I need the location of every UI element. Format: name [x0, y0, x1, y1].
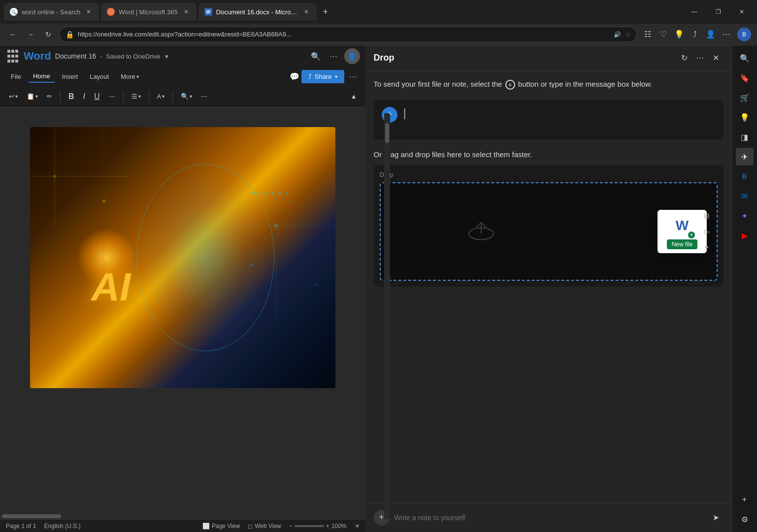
bookmark-icon: ☆ — [625, 31, 630, 38]
underline-btn[interactable]: U — [91, 90, 103, 103]
doc-hscrollbar[interactable] — [0, 513, 366, 519]
collections-btn[interactable]: ☷ — [641, 28, 655, 41]
neural-dots — [251, 193, 290, 195]
url-bar[interactable]: 🔒 https://onedrive.live.com/edit.aspx?ac… — [59, 27, 637, 42]
tab-document[interactable]: W Document 16.docx - Microsoft W... ✕ — [198, 3, 317, 21]
align-btn[interactable]: ☰ ▾ — [129, 91, 144, 102]
rs-drop-btn[interactable]: ✈ — [736, 148, 754, 166]
msg-input-row: + | — [382, 106, 716, 123]
drop-zone[interactable]: W + New file ⊞ ▷ ✦ — [380, 182, 718, 281]
rs-designer-btn[interactable]: ✦ — [736, 207, 754, 225]
reload-button[interactable]: ↻ — [41, 28, 55, 41]
title-search-btn[interactable]: 🔍 — [309, 49, 323, 63]
highlight-btn[interactable]: A ▾ — [154, 91, 168, 102]
apps-button[interactable] — [6, 49, 20, 63]
rs-search-btn[interactable]: 🔍 — [736, 49, 754, 67]
italic-btn[interactable]: I — [80, 90, 88, 103]
accessibility-btn[interactable]: ☀ — [355, 523, 360, 530]
menu-layout[interactable]: Layout — [85, 71, 114, 82]
word-letter: W — [676, 218, 689, 233]
word-editor: Word Document 16 - Saved to OneDrive ▾ 🔍… — [0, 45, 366, 532]
drag-drop-section: Or drag and drop files here to select th… — [374, 149, 724, 287]
tab-search[interactable]: 🔍 word online - Search ✕ — [4, 3, 99, 21]
doc-image-ai: AI — [30, 127, 335, 388]
note-input[interactable] — [395, 514, 703, 522]
svg-point-3 — [53, 175, 56, 178]
panel-more-btn[interactable]: ⋯ — [692, 50, 708, 66]
page-view-label: Page View — [212, 523, 240, 530]
insights-btn[interactable]: 💡 — [672, 28, 686, 41]
zoom-out-btn[interactable]: − — [289, 523, 293, 530]
dz-grid-btn[interactable]: ⊞ — [701, 210, 713, 222]
toolbar-sep-2 — [123, 91, 124, 102]
format-painter-btn[interactable]: ✏ — [44, 91, 55, 102]
find-btn[interactable]: 🔍 ▾ — [178, 91, 195, 102]
note-send-btn[interactable]: ➤ — [708, 510, 724, 526]
zoom-in-btn[interactable]: + — [326, 523, 329, 530]
menu-more[interactable]: More ▾ — [116, 71, 144, 82]
page-view-btn[interactable]: ⬜ Page View — [202, 523, 240, 530]
minimize-button[interactable]: — — [683, 4, 706, 20]
rs-add-btn[interactable]: + — [736, 491, 754, 508]
rs-outlook-btn[interactable]: ✉ — [736, 187, 754, 205]
profile-btn[interactable]: 👤 — [704, 28, 718, 41]
title-more-btn[interactable]: ⋯ — [327, 49, 340, 63]
ai-text-label: AI — [91, 265, 131, 310]
status-bar: Page 1 of 1 English (U.S.) ⬜ Page View ◻… — [0, 519, 366, 532]
word-menu-bar: File Home Insert Layout More ▾ 💬 ⤴ Share… — [0, 67, 366, 86]
doc-canvas[interactable]: AI — [0, 107, 366, 513]
favorites-btn[interactable]: ♡ — [657, 28, 670, 41]
toolbar-sep-4 — [172, 91, 173, 102]
rs-bing-chat-btn[interactable]: B — [736, 167, 754, 185]
window-controls: — ❐ ✕ — [683, 4, 753, 20]
share-addr-btn[interactable]: ⤴ — [688, 28, 702, 41]
rs-insights-btn[interactable]: 💡 — [736, 108, 754, 126]
new-file-add-circle: + — [687, 231, 696, 239]
menu-file[interactable]: File — [6, 71, 26, 82]
main-area: Word Document 16 - Saved to OneDrive ▾ 🔍… — [0, 45, 757, 532]
tab-word365[interactable]: W Word | Microsoft 365 ✕ — [101, 3, 196, 21]
user-avatar[interactable]: 👤 — [344, 48, 360, 64]
undo-btn[interactable]: ↩ ▾ — [6, 91, 21, 102]
dz-send-btn[interactable]: ▷ — [701, 226, 713, 237]
svg-point-4 — [102, 200, 105, 202]
rs-cart-btn[interactable]: 🛒 — [736, 89, 754, 106]
word365-tab-close[interactable]: ✕ — [182, 7, 191, 16]
web-view-btn[interactable]: ◻ Web View — [248, 523, 281, 530]
doc-hscrollbar-thumb[interactable] — [2, 514, 61, 518]
close-panel-btn[interactable]: ✕ — [708, 50, 724, 66]
share-chevron: ▾ — [335, 74, 337, 79]
doc-tab-close[interactable]: ✕ — [302, 7, 311, 16]
rs-bookmark-btn[interactable]: 🔖 — [736, 69, 754, 87]
share-button[interactable]: ⤴ Share ▾ — [301, 70, 344, 83]
format-more-btn[interactable]: ⋯ — [106, 91, 118, 102]
new-tab-button[interactable]: + — [319, 5, 332, 19]
rs-youtube-btn[interactable]: ▶ — [736, 227, 754, 244]
toolbar-collapse[interactable]: ▲ — [348, 91, 360, 102]
close-button[interactable]: ✕ — [730, 4, 753, 20]
toolbar-ellipsis[interactable]: ⋯ — [198, 91, 210, 102]
new-file-label[interactable]: New file — [667, 239, 698, 249]
dz-star-btn[interactable]: ✦ — [701, 241, 713, 253]
menu-insert[interactable]: Insert — [57, 71, 83, 82]
cloud-upload-icon — [466, 217, 496, 247]
settings-more-btn[interactable]: ⋯ — [720, 28, 733, 41]
maximize-button[interactable]: ❐ — [707, 4, 729, 20]
menu-home[interactable]: Home — [28, 70, 55, 83]
rs-settings-btn[interactable]: ⚙ — [736, 510, 754, 528]
zoom-slider[interactable] — [295, 525, 324, 527]
saved-chevron[interactable]: ▾ — [165, 53, 168, 60]
share-label: Share — [315, 73, 332, 80]
collapse-btn[interactable]: ▲ — [348, 91, 360, 102]
paste-btn[interactable]: 📋 ▾ — [24, 91, 41, 102]
menu-ellipsis[interactable]: ⋯ — [346, 69, 360, 83]
forward-button[interactable]: → — [24, 28, 37, 41]
bing-btn[interactable]: B — [737, 28, 751, 41]
comments-btn[interactable]: 💬 — [290, 72, 299, 81]
bold-btn[interactable]: B — [66, 90, 77, 103]
zoom-control[interactable]: − + 100% — [289, 523, 347, 530]
back-button[interactable]: ← — [6, 28, 20, 41]
search-tab-close[interactable]: ✕ — [84, 7, 93, 16]
rs-collections-btn[interactable]: ◨ — [736, 128, 754, 146]
refresh-panel-btn[interactable]: ↻ — [676, 50, 692, 66]
